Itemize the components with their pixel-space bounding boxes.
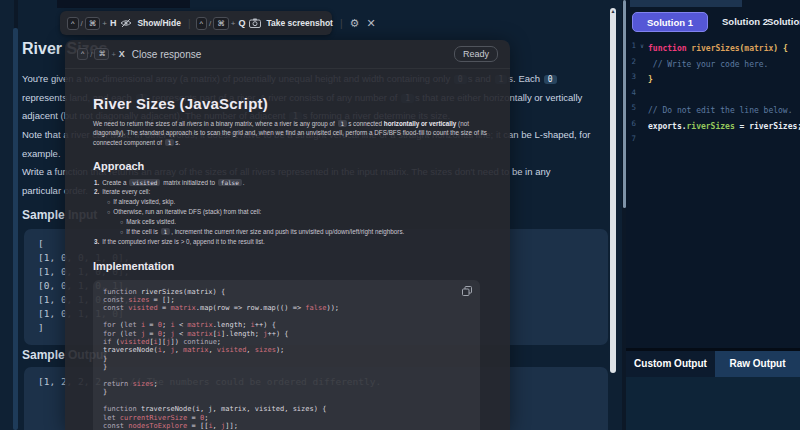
- response-body: River Sizes (JavaScript) We need to retu…: [65, 95, 510, 430]
- implementation-code-block: function riverSizes(matrix) { const size…: [93, 280, 480, 430]
- editor-code-area[interactable]: 1∨function riverSizes(matrix) {2 // Writ…: [626, 38, 800, 147]
- response-overlay: ^ / ⌘ + X Close response Ready River Siz…: [65, 40, 510, 430]
- tab-custom-output[interactable]: Custom Output: [626, 351, 715, 377]
- app-window: River Sizes You're given a two-dimension…: [0, 0, 800, 430]
- implementation-code-lines: function riverSizes(matrix) { const size…: [103, 288, 470, 430]
- response-header: ^ / ⌘ + X Close response Ready: [65, 40, 510, 69]
- approach-steps: 1.Create a visited matrix initialized to…: [93, 178, 494, 246]
- shortcut-keys-show-hide: ^ / ⌘ + H: [67, 17, 117, 30]
- code-editor-panel: Solution 1 Solution 2 Solution 1∨functio…: [626, 0, 800, 430]
- chevron-down-icon: ∨: [636, 38, 648, 54]
- tab-solution-3[interactable]: Solution: [767, 16, 800, 27]
- status-badge: Ready: [454, 46, 498, 62]
- tab-solution-2[interactable]: Solution 2: [722, 16, 768, 27]
- top-left-band: [57, 0, 190, 8]
- take-screenshot-button[interactable]: Take screenshot: [264, 18, 334, 28]
- left-sidebar: [0, 0, 14, 430]
- response-intro: We need to return the sizes of all river…: [93, 119, 487, 147]
- response-title: River Sizes (JavaScript): [93, 95, 494, 112]
- output-content-area: [626, 377, 800, 430]
- toolbar-separator: |: [186, 18, 193, 29]
- show-hide-button[interactable]: Show/Hide: [135, 18, 182, 28]
- copy-icon[interactable]: [462, 286, 472, 298]
- toolbar-separator: |: [338, 18, 345, 29]
- shortcut-keys-close-response: ^ / ⌘ + X: [77, 48, 126, 60]
- gear-icon[interactable]: ⚙: [348, 18, 362, 29]
- prompt-scrollbar[interactable]: [610, 8, 616, 373]
- shortcut-keys-screenshot: ^ / ⌘ + Q: [196, 17, 247, 30]
- editor-top-band: [630, 0, 742, 7]
- approach-heading: Approach: [93, 160, 494, 172]
- eye-off-icon: [120, 18, 132, 28]
- implementation-heading: Implementation: [93, 260, 494, 272]
- tab-raw-output[interactable]: Raw Output: [715, 351, 800, 377]
- camera-icon: [249, 18, 261, 28]
- close-icon[interactable]: ✕: [364, 18, 377, 29]
- scroll-up-arrow-icon[interactable]: ▲: [609, 8, 617, 14]
- shortcut-toolbar: ^ / ⌘ + H Show/Hide | ^ / ⌘ + Q Take scr…: [60, 11, 332, 35]
- close-response-button[interactable]: Close response: [132, 49, 201, 60]
- panel-splitter[interactable]: [623, 0, 626, 208]
- tab-solution-1[interactable]: Solution 1: [632, 12, 708, 32]
